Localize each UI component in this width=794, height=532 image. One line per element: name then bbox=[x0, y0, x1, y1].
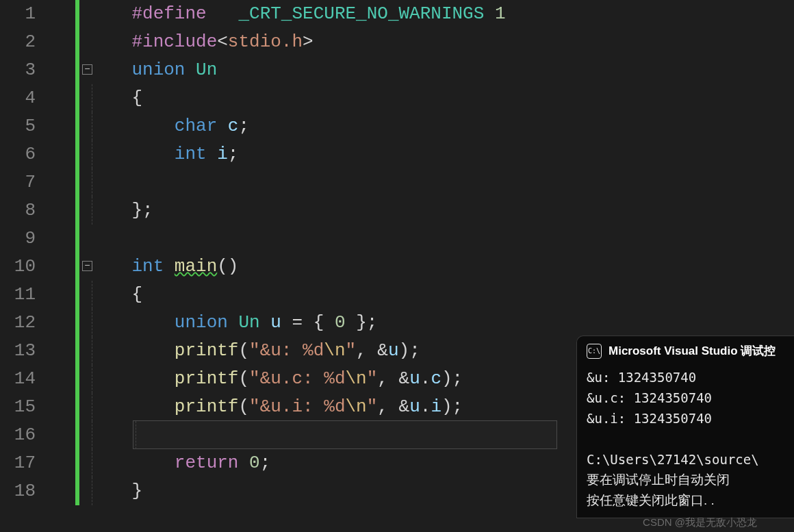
line-number: 9 bbox=[0, 225, 36, 253]
token-type: int bbox=[175, 144, 207, 164]
change-bar bbox=[75, 0, 79, 28]
line-number: 12 bbox=[0, 309, 36, 337]
token-preprocessor: #include bbox=[131, 31, 217, 52]
change-bar bbox=[75, 309, 79, 337]
change-bar bbox=[75, 197, 79, 225]
line-number: 16 bbox=[0, 421, 36, 449]
console-line: C:\Users\27142\source\ bbox=[587, 449, 784, 470]
token-type: Un bbox=[238, 312, 259, 333]
code-line: union Un u = { 0 }; bbox=[48, 309, 794, 337]
console-output[interactable]: &u: 1324350740 &u.c: 1324350740 &u.i: 13… bbox=[577, 364, 794, 511]
code-line: − union Un bbox=[48, 56, 794, 84]
indent-guide bbox=[92, 477, 92, 505]
console-title: Microsoft Visual Studio 调试控 bbox=[609, 343, 776, 359]
change-bar bbox=[75, 449, 79, 477]
indent-guide bbox=[92, 112, 92, 140]
token-number: 1 bbox=[495, 3, 506, 24]
line-number: 7 bbox=[0, 168, 36, 197]
indent-guide bbox=[92, 309, 92, 337]
line-number: 5 bbox=[0, 112, 36, 140]
change-bar bbox=[75, 28, 79, 56]
token-keyword: return bbox=[175, 453, 239, 473]
change-bar bbox=[75, 140, 79, 168]
token-keyword: union bbox=[175, 312, 228, 333]
token-preprocessor: #define bbox=[131, 3, 206, 24]
indent-guide bbox=[92, 449, 92, 477]
line-number: 8 bbox=[0, 197, 36, 225]
indent-guide bbox=[92, 168, 92, 197]
code-line: }; bbox=[48, 197, 794, 225]
token-macro: _CRT_SECURE_NO_WARNINGS bbox=[238, 3, 484, 24]
indent-guide bbox=[92, 281, 92, 309]
code-line: { bbox=[48, 84, 794, 112]
token-type: Un bbox=[196, 60, 217, 80]
token-keyword: union bbox=[131, 60, 185, 80]
change-bar bbox=[75, 393, 79, 421]
change-bar bbox=[75, 168, 79, 197]
change-bar bbox=[75, 84, 79, 112]
line-number: 14 bbox=[0, 365, 36, 393]
code-line bbox=[48, 168, 794, 197]
change-bar bbox=[75, 253, 79, 281]
change-bar bbox=[75, 56, 79, 84]
code-line: #define _CRT_SECURE_NO_WARNINGS 1 bbox=[48, 0, 794, 28]
indent-guide bbox=[92, 197, 92, 225]
console-titlebar[interactable]: C:\ Microsoft Visual Studio 调试控 bbox=[577, 336, 794, 364]
indent-guide bbox=[92, 365, 92, 393]
terminal-icon: C:\ bbox=[587, 344, 602, 359]
token-function: printf bbox=[175, 340, 239, 361]
code-line: char c; bbox=[48, 112, 794, 140]
change-bar bbox=[75, 112, 79, 140]
change-bar bbox=[75, 225, 79, 253]
line-number: 1 bbox=[0, 0, 36, 28]
line-number: 15 bbox=[0, 393, 36, 421]
debug-console-window[interactable]: C:\ Microsoft Visual Studio 调试控 &u: 1324… bbox=[576, 335, 794, 518]
line-number: 17 bbox=[0, 449, 36, 477]
console-line: &u.i: 1324350740 bbox=[587, 408, 784, 429]
indent-guide bbox=[136, 421, 136, 449]
line-number: 6 bbox=[0, 140, 36, 168]
indent-guide bbox=[92, 337, 92, 365]
console-line: &u: 1324350740 bbox=[587, 367, 784, 388]
line-number: 13 bbox=[0, 337, 36, 365]
indent-guide bbox=[92, 393, 92, 421]
line-number-gutter: 1 2 3 4 5 6 7 8 9 10 11 12 13 14 15 16 1… bbox=[0, 0, 48, 532]
code-line: { bbox=[48, 281, 794, 309]
token-function: printf bbox=[175, 396, 239, 417]
indent-guide bbox=[92, 140, 92, 168]
fold-toggle-icon[interactable]: − bbox=[82, 261, 92, 271]
code-line bbox=[48, 225, 794, 253]
line-number: 4 bbox=[0, 84, 36, 112]
token-type: char bbox=[175, 116, 217, 136]
line-number: 3 bbox=[0, 56, 36, 84]
token-function: printf bbox=[175, 368, 239, 389]
code-line: − int main() bbox=[48, 253, 794, 281]
console-line: &u.c: 1324350740 bbox=[587, 388, 784, 408]
console-line: 要在调试停止时自动关闭 bbox=[587, 470, 784, 490]
change-bar bbox=[75, 337, 79, 365]
fold-toggle-icon[interactable]: − bbox=[82, 64, 92, 75]
line-number: 2 bbox=[0, 28, 36, 56]
console-line bbox=[587, 429, 784, 449]
change-bar bbox=[75, 365, 79, 393]
change-bar bbox=[75, 477, 79, 505]
indent-guide bbox=[92, 84, 92, 112]
line-number: 10 bbox=[0, 253, 36, 281]
code-line: #include<stdio.h> bbox=[48, 28, 794, 56]
line-number: 11 bbox=[0, 281, 36, 309]
token-header: stdio.h bbox=[228, 31, 303, 52]
token-type: int bbox=[131, 256, 164, 277]
token-function: main bbox=[175, 256, 217, 277]
line-number: 18 bbox=[0, 477, 36, 505]
indent-guide bbox=[92, 421, 92, 449]
code-line: int i; bbox=[48, 140, 794, 168]
console-line: 按任意键关闭此窗口. . bbox=[587, 490, 784, 511]
change-bar bbox=[75, 281, 79, 309]
change-bar bbox=[75, 421, 79, 449]
